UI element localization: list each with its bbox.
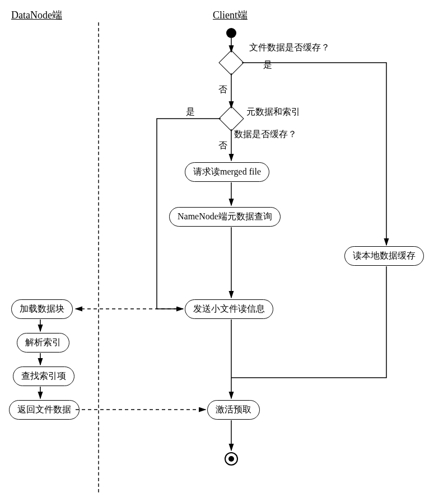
decision-meta-cached — [218, 106, 244, 131]
decision-meta-cached-q2: 数据是否缓存？ — [234, 129, 297, 140]
decision-meta-cached-yes: 是 — [186, 106, 195, 118]
activity-diagram: DataNode端 Client端 文件数据是否缓存？ 是 否 元数据和索引 数… — [0, 0, 448, 498]
node-parse-index: 解析索引 — [17, 333, 69, 353]
node-return-file: 返回文件数据 — [9, 400, 80, 420]
decision-meta-cached-q1: 元数据和索引 — [246, 106, 300, 118]
decision-meta-cached-no: 否 — [218, 140, 227, 152]
lane-header-datanode: DataNode端 — [11, 8, 62, 22]
node-activate-prefetch: 激活预取 — [207, 400, 260, 420]
node-namenode-query: NameNode端元数据查询 — [169, 207, 281, 227]
decision-file-cached-yes: 是 — [263, 59, 272, 71]
lane-header-client: Client端 — [213, 8, 248, 22]
node-load-block: 加载数据块 — [11, 299, 73, 319]
node-lookup-index: 查找索引项 — [13, 367, 74, 386]
decision-file-cached-question: 文件数据是否缓存？ — [249, 42, 330, 54]
end-node — [225, 452, 238, 466]
node-send-small-file: 发送小文件读信息 — [185, 299, 273, 319]
swimlane-divider — [98, 22, 99, 492]
decision-file-cached-no: 否 — [218, 84, 227, 96]
decision-file-cached — [218, 50, 244, 75]
start-node — [226, 28, 236, 38]
node-read-local-cache: 读本地数据缓存 — [344, 246, 424, 266]
node-request-read: 请求读merged file — [185, 162, 269, 182]
